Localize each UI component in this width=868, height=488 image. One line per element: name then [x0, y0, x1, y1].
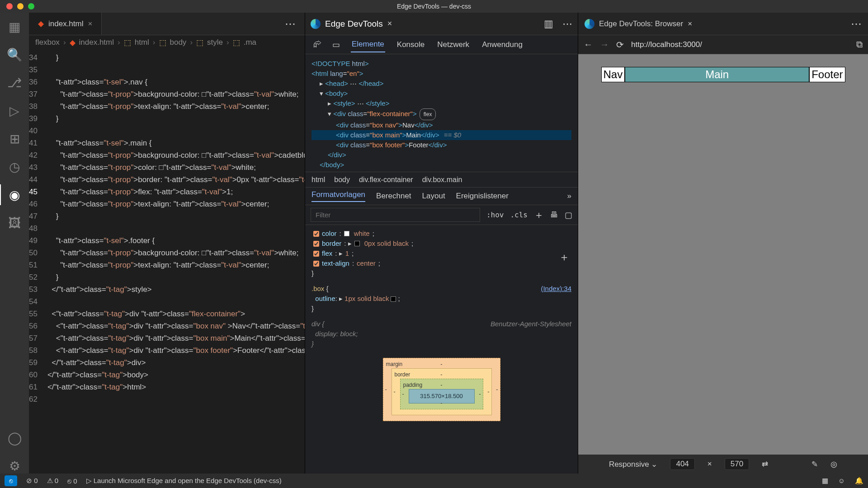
- breadcrumb-item[interactable]: .ma: [244, 38, 256, 47]
- breadcrumb-item[interactable]: html: [135, 38, 149, 47]
- status-launch-hint[interactable]: ▷ Launch Microsoft Edge and open the Edg…: [86, 477, 282, 485]
- add-declaration-icon[interactable]: ＋: [559, 252, 570, 262]
- styles-filter-input[interactable]: [311, 208, 480, 222]
- stab-berechnet[interactable]: Berechnet: [376, 192, 411, 201]
- edge-devtools-icon[interactable]: ◉: [7, 187, 22, 202]
- extensions-icon[interactable]: ⊞: [7, 131, 22, 146]
- device-emulation-icon[interactable]: ▭: [332, 40, 340, 50]
- preview-main: Main: [625, 67, 809, 82]
- new-style-rule-icon[interactable]: ＋: [534, 208, 544, 222]
- editor-column: ◆ index.html × ⋯ flexbox› ◆index.html› ⬚…: [29, 13, 305, 474]
- device-width-input[interactable]: 404: [670, 458, 694, 470]
- browser-tab-row: Edge DevTools: Browser × ⋯: [578, 13, 868, 35]
- status-feedback-icon[interactable]: ☺: [838, 477, 845, 485]
- tab-anwendung[interactable]: Anwendung: [481, 38, 524, 52]
- nav-forward-icon[interactable]: →: [600, 39, 609, 50]
- media-icon[interactable]: 🖼: [7, 215, 22, 230]
- breadcrumb-item[interactable]: style: [207, 38, 223, 47]
- editor-tab-row: ◆ index.html × ⋯: [29, 13, 305, 35]
- editor-tab-label: index.html: [48, 19, 83, 28]
- devtools-panel-tabs: ⮳ ▭ Elemente Konsole Netzwerk Anwendung: [305, 35, 578, 54]
- devtools-tab-row: Edge DevTools × ▥ ⋯: [305, 13, 578, 35]
- device-mode[interactable]: Responsive ⌄: [609, 460, 658, 469]
- status-warnings[interactable]: ⚠ 0: [47, 477, 59, 485]
- browser-url[interactable]: http://localhost:3000/: [631, 40, 849, 49]
- stab-events[interactable]: Ereignislistener: [456, 192, 509, 201]
- search-icon[interactable]: 🔍: [7, 47, 22, 62]
- close-devtools-tab-icon[interactable]: ×: [387, 19, 392, 28]
- browser-viewport[interactable]: Nav Main Footer: [601, 67, 845, 82]
- split-editor-icon[interactable]: ▥: [544, 18, 553, 30]
- close-tab-icon[interactable]: ×: [88, 19, 92, 28]
- rule-source-link[interactable]: (Index):34: [541, 284, 571, 294]
- devtools-more-icon[interactable]: ⋯: [562, 18, 572, 30]
- explorer-icon[interactable]: ▦: [7, 19, 22, 34]
- screencast-toggle-icon[interactable]: ⧉: [856, 39, 863, 50]
- devtools-ext-icon[interactable]: ◷: [7, 159, 22, 174]
- close-browser-tab-icon[interactable]: ×: [688, 19, 692, 28]
- tab-netzwerk[interactable]: Netzwerk: [436, 38, 470, 52]
- source-control-icon[interactable]: ⎇: [7, 75, 22, 90]
- dimension-x: ×: [708, 460, 712, 469]
- editor-breadcrumb[interactable]: flexbox› ◆index.html› ⬚html› ⬚body› ⬚sty…: [29, 35, 305, 50]
- preview-nav: Nav: [601, 67, 625, 82]
- breadcrumb-item[interactable]: flexbox: [35, 38, 60, 47]
- remote-indicator[interactable]: ⎋: [5, 475, 17, 486]
- crumb-container[interactable]: div.flex-container: [359, 176, 413, 184]
- breadcrumb-item[interactable]: body: [170, 38, 187, 47]
- activity-bar: ▦ 🔍 ⎇ ▷ ⊞ ◷ ◉ 🖼 ◯ ⚙: [0, 13, 29, 474]
- nav-back-icon[interactable]: ←: [584, 39, 593, 50]
- inspect-element-icon[interactable]: ⮳: [313, 40, 321, 49]
- editor-more-icon[interactable]: ⋯: [276, 18, 305, 30]
- status-bar: ⎋ ⊘ 0 ⚠ 0 ⎋ 0 ▷ Launch Microsoft Edge an…: [0, 474, 868, 488]
- edge-logo-icon: [311, 19, 321, 29]
- status-layout-icon[interactable]: ▦: [822, 477, 828, 485]
- nav-reload-icon[interactable]: ⟳: [616, 39, 624, 50]
- device-toolbar: Responsive ⌄ 404 × 570 ⇄ ✎ ◎: [578, 455, 868, 474]
- close-window-button[interactable]: [6, 3, 13, 9]
- cls-toggle[interactable]: .cls: [510, 211, 528, 219]
- bm-padding-label: padding: [403, 380, 423, 390]
- workbench: ▦ 🔍 ⎇ ▷ ⊞ ◷ ◉ 🖼 ◯ ⚙ ◆ index.html × ⋯ fle…: [0, 13, 868, 474]
- settings-gear-icon[interactable]: ⚙: [7, 458, 22, 474]
- crumb-body[interactable]: body: [334, 176, 350, 184]
- browser-url-row: ← → ⟳ http://localhost:3000/ ⧉: [578, 35, 868, 54]
- devtools-tab-title: Edge DevTools: [325, 19, 383, 29]
- styles-more-icon[interactable]: »: [567, 192, 571, 201]
- crumb-main[interactable]: div.box.main: [422, 176, 462, 184]
- toggle-computed-icon[interactable]: ▢: [565, 210, 572, 220]
- device-eyedropper-icon[interactable]: ✎: [811, 460, 818, 469]
- browser-more-icon[interactable]: ⋯: [851, 18, 862, 30]
- print-media-icon[interactable]: 🖶: [550, 210, 558, 220]
- editor-tab-index-html[interactable]: ◆ index.html ×: [29, 13, 102, 35]
- device-swap-icon[interactable]: ⇄: [762, 460, 768, 469]
- run-debug-icon[interactable]: ▷: [7, 103, 22, 118]
- window-title: Edge DevTools — dev-css: [397, 3, 471, 10]
- device-height-input[interactable]: 570: [725, 458, 749, 470]
- stab-formatvorlagen[interactable]: Formatvorlagen: [311, 190, 365, 202]
- traffic-lights: [0, 3, 34, 9]
- status-bell-icon[interactable]: 🔔: [855, 477, 863, 485]
- browser-tab[interactable]: Edge DevTools: Browser ×: [585, 19, 692, 29]
- tab-konsole[interactable]: Konsole: [396, 38, 425, 52]
- stab-layout[interactable]: Layout: [422, 192, 445, 201]
- device-settings-icon[interactable]: ◎: [830, 460, 837, 469]
- code-editor[interactable]: 3435363738394041424344454647484950515253…: [29, 50, 305, 474]
- accounts-icon[interactable]: ◯: [7, 430, 22, 446]
- crumb-html[interactable]: html: [311, 176, 325, 184]
- box-model-diagram[interactable]: margin - border - padding --- 315.570×18…: [383, 358, 500, 421]
- browser-viewport-wrapper: Nav Main Footer Responsive ⌄ 404 × 570 ⇄…: [578, 54, 868, 474]
- devtools-dom-crumbs[interactable]: html body div.flex-container div.box.mai…: [305, 172, 578, 187]
- minimize-window-button[interactable]: [17, 3, 24, 9]
- status-ports[interactable]: ⎋ 0: [67, 477, 77, 485]
- tab-elemente[interactable]: Elemente: [351, 37, 385, 52]
- hov-toggle[interactable]: :hov: [486, 211, 504, 219]
- bm-border-label: border: [395, 370, 410, 380]
- styles-pane[interactable]: color: white; border: ▸ 0px solid black;…: [305, 225, 578, 425]
- devtools-dom-tree[interactable]: <!DOCTYPE html> <html lang="en"> ▸ <head…: [305, 54, 578, 172]
- html-file-icon: ◆: [38, 19, 44, 28]
- maximize-window-button[interactable]: [28, 3, 34, 9]
- styles-subtabs: Formatvorlagen Berechnet Layout Ereignis…: [305, 187, 578, 205]
- breadcrumb-item[interactable]: index.html: [79, 38, 114, 47]
- status-errors[interactable]: ⊘ 0: [26, 477, 38, 485]
